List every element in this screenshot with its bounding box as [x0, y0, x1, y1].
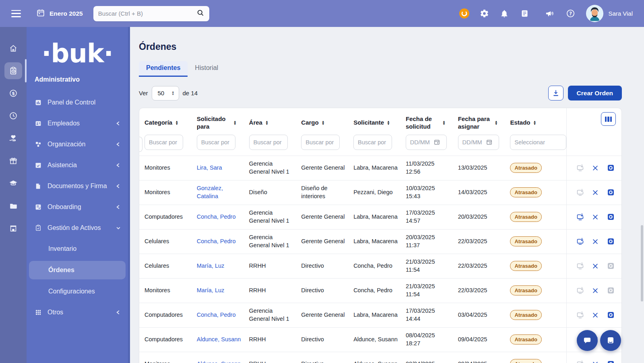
- sidebar-item-empleados[interactable]: Empleados: [27, 113, 128, 134]
- view-order-button[interactable]: [606, 237, 615, 246]
- tab-pendientes[interactable]: Pendientes: [139, 61, 188, 77]
- sort-icon[interactable]: ▲▼: [533, 121, 536, 125]
- sort-icon[interactable]: ▲▼: [387, 121, 390, 125]
- sort-icon[interactable]: ▲▼: [442, 121, 446, 125]
- search-icon[interactable]: [196, 9, 204, 18]
- sidebar-item-ordenes[interactable]: Órdenes: [29, 261, 126, 279]
- cell-fecha-solicitud: 21/03/202511:54: [406, 254, 458, 278]
- filter-categoria[interactable]: [144, 135, 183, 150]
- filter-cargo[interactable]: [301, 135, 340, 150]
- chevron-left-icon[interactable]: [116, 204, 121, 210]
- asset-orders-icon[interactable]: [4, 62, 22, 79]
- chevron-left-icon[interactable]: [116, 121, 121, 126]
- filter-fecha-de-solicitud[interactable]: [406, 135, 447, 150]
- settings-icon[interactable]: [479, 8, 489, 19]
- rewards-icon[interactable]: [459, 8, 469, 19]
- calendar-icon[interactable]: [36, 8, 45, 19]
- folder-icon[interactable]: [4, 197, 22, 214]
- filter-estado[interactable]: Seleccionar: [510, 135, 566, 150]
- cancel-order-button[interactable]: [591, 360, 600, 363]
- chevron-left-icon[interactable]: [116, 183, 121, 189]
- user-name[interactable]: Sara Vial: [608, 10, 633, 17]
- time-icon[interactable]: [4, 107, 22, 124]
- sidebar-item-documentos-y-firma[interactable]: Documentos y Firma: [27, 176, 128, 197]
- view-order-button[interactable]: [606, 188, 615, 197]
- sidebar-item-configuraciones[interactable]: Configuraciones: [27, 281, 128, 302]
- sort-icon[interactable]: ▲▼: [265, 121, 268, 125]
- menu-icon[interactable]: [11, 10, 21, 17]
- chevron-down-icon[interactable]: [116, 225, 121, 231]
- cancel-order-button[interactable]: [591, 188, 600, 197]
- cell-solicitado-para[interactable]: María, Luz: [197, 279, 249, 303]
- page-scrollbar[interactable]: [641, 225, 643, 301]
- sidebar-item-panel-de-control[interactable]: Panel de Control: [27, 92, 128, 113]
- cancel-order-button[interactable]: [591, 286, 600, 295]
- create-order-button[interactable]: Crear Orden: [568, 86, 622, 100]
- chevron-left-icon[interactable]: [116, 310, 121, 315]
- cancel-order-button[interactable]: [591, 311, 600, 320]
- cell-solicitado-para[interactable]: Aldunce, Susann: [197, 352, 249, 363]
- sidebar-item-gestion-de-activos[interactable]: Gestión de Activos: [27, 217, 128, 238]
- cell-fecha-solicitud: 08/04/2025: [406, 352, 458, 363]
- sidebar-item-asistencia[interactable]: Asistencia: [27, 155, 128, 176]
- view-order-button[interactable]: [606, 164, 615, 172]
- download-order-button: [576, 286, 584, 295]
- filter-fecha-para-asignar[interactable]: [458, 135, 499, 150]
- view-order-button[interactable]: [606, 311, 615, 320]
- cancel-order-button[interactable]: [591, 164, 600, 172]
- cell-solicitado-para[interactable]: Concha, Pedro: [197, 230, 249, 254]
- sidebar-item-onboarding[interactable]: Onboarding: [27, 197, 128, 217]
- sidebar-item-otros[interactable]: Otros: [27, 302, 128, 323]
- sort-icon[interactable]: ▲▼: [233, 121, 237, 125]
- help-center-button[interactable]: [600, 330, 621, 351]
- view-order-button[interactable]: [606, 213, 615, 221]
- sidebar-item-organizacion[interactable]: Organización: [27, 134, 128, 155]
- cell-solicitado-para[interactable]: Lira, Sara: [197, 156, 249, 180]
- cell-solicitado-para[interactable]: Concha, Pedro: [197, 205, 249, 229]
- chevron-left-icon[interactable]: [116, 142, 121, 147]
- filter-solicitado-para[interactable]: [197, 135, 235, 150]
- cell-fecha-asignar: 09/04/2025: [458, 328, 510, 352]
- sort-icon[interactable]: ▲▼: [322, 121, 325, 125]
- download-order-button[interactable]: [576, 213, 584, 221]
- tab-historial[interactable]: Historial: [188, 61, 225, 77]
- filter-solicitante[interactable]: [353, 135, 392, 150]
- sort-icon[interactable]: ▲▼: [175, 121, 178, 125]
- announcements-icon[interactable]: [544, 8, 555, 19]
- cancel-order-button[interactable]: [591, 262, 600, 271]
- cancel-order-button[interactable]: [591, 213, 600, 221]
- search-input[interactable]: [98, 10, 196, 17]
- gifts-icon[interactable]: [4, 152, 22, 169]
- payroll-icon[interactable]: $: [4, 85, 22, 102]
- clipped-filter-input[interactable]: [139, 137, 142, 152]
- sidebar-item-inventario[interactable]: Inventario: [27, 238, 128, 259]
- view-order-button[interactable]: [606, 360, 615, 363]
- filter-area[interactable]: [249, 135, 288, 150]
- cell-area: RRHH: [249, 328, 301, 352]
- benefits-icon[interactable]: [4, 130, 22, 147]
- chevron-left-icon[interactable]: [116, 162, 121, 168]
- page-size-select[interactable]: 50 ▲▼: [152, 86, 179, 100]
- avatar[interactable]: [586, 5, 603, 22]
- cell-solicitado-para[interactable]: Concha, Pedro: [197, 303, 249, 327]
- help-icon[interactable]: ?: [565, 8, 576, 19]
- period-label[interactable]: Enero 2025: [50, 10, 83, 17]
- export-download-button[interactable]: [548, 86, 564, 100]
- notifications-icon[interactable]: [499, 8, 510, 19]
- marketplace-icon[interactable]: [4, 220, 22, 237]
- cell-estado: Atrasado: [510, 279, 566, 303]
- download-order-button[interactable]: [576, 237, 584, 246]
- global-search[interactable]: [93, 6, 209, 21]
- home-icon[interactable]: [4, 40, 22, 57]
- cell-solicitado-para[interactable]: Gonzalez, Catalina: [197, 180, 249, 205]
- cell-cargo: Directivo: [301, 328, 353, 352]
- column-settings-button[interactable]: [601, 112, 616, 126]
- cell-solicitado-para[interactable]: María, Luz: [197, 254, 249, 278]
- cell-solicitado-para[interactable]: Aldunce, Susann: [197, 328, 249, 352]
- cancel-order-button[interactable]: [591, 237, 600, 246]
- training-icon[interactable]: [4, 175, 22, 192]
- status-badge: Atrasado: [510, 261, 541, 271]
- chat-bubble-button[interactable]: [577, 330, 598, 351]
- notes-icon[interactable]: [519, 8, 530, 19]
- sort-icon[interactable]: ▲▼: [495, 121, 498, 125]
